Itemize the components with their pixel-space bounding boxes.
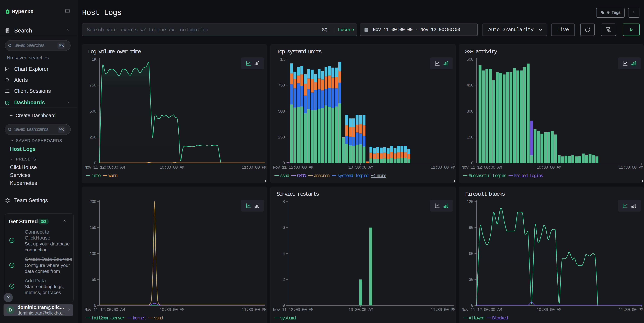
svg-text:Blocked: Blocked xyxy=(492,316,508,321)
svg-text:90: 90 xyxy=(469,225,473,230)
svg-text:sshd: sshd xyxy=(280,173,289,178)
svg-text:+4 more: +4 more xyxy=(371,173,386,178)
svg-text:8: 8 xyxy=(282,199,285,204)
svg-text:250: 250 xyxy=(278,135,284,140)
svg-text:11:30:00 PM: 11:30:00 PM xyxy=(430,165,455,170)
svg-text:10:30:00 AM: 10:30:00 AM xyxy=(348,307,373,312)
svg-text:6: 6 xyxy=(282,225,285,230)
svg-text:10:30:00 AM: 10:30:00 AM xyxy=(536,307,561,312)
svg-text:150: 150 xyxy=(89,225,96,230)
svg-text:120: 120 xyxy=(466,199,473,204)
svg-text:Nov 11 12:00:00 AM: Nov 11 12:00:00 AM xyxy=(273,165,313,170)
svg-text:1K: 1K xyxy=(280,57,285,62)
svg-text:systemd: systemd xyxy=(280,316,296,321)
svg-text:1K: 1K xyxy=(92,57,96,62)
svg-text:info: info xyxy=(92,173,100,178)
svg-text:Allowed: Allowed xyxy=(468,316,484,321)
svg-text:100: 100 xyxy=(89,251,96,256)
svg-text:11:30:00 PM: 11:30:00 PM xyxy=(242,307,266,312)
svg-text:500: 500 xyxy=(278,109,284,114)
svg-text:Nov 11 12:00:00 AM: Nov 11 12:00:00 AM xyxy=(462,165,502,170)
svg-text:750: 750 xyxy=(89,83,96,88)
svg-text:11:30:00 PM: 11:30:00 PM xyxy=(430,307,455,312)
svg-text:750: 750 xyxy=(278,83,284,88)
svg-text:CRON: CRON xyxy=(297,173,306,178)
svg-text:Failed Logins: Failed Logins xyxy=(514,173,543,178)
svg-text:Nov 11 12:00:00 AM: Nov 11 12:00:00 AM xyxy=(462,307,502,312)
svg-text:10:30:00 AM: 10:30:00 AM xyxy=(160,165,184,170)
svg-text:60: 60 xyxy=(469,251,473,256)
svg-text:anacron: anacron xyxy=(314,173,330,178)
svg-text:Nov 11 12:00:00 AM: Nov 11 12:00:00 AM xyxy=(273,307,313,312)
svg-text:250: 250 xyxy=(89,135,96,140)
svg-text:50: 50 xyxy=(92,277,96,282)
svg-text:200: 200 xyxy=(89,199,96,204)
svg-text:sshd: sshd xyxy=(154,316,163,321)
svg-text:600: 600 xyxy=(466,57,473,62)
svg-text:11:30:00 PM: 11:30:00 PM xyxy=(242,165,266,170)
svg-text:kernel: kernel xyxy=(132,316,146,321)
svg-text:fail2ban-server: fail2ban-server xyxy=(92,316,125,321)
svg-text:10:30:00 AM: 10:30:00 AM xyxy=(160,307,184,312)
svg-text:11:30:00 PM: 11:30:00 PM xyxy=(618,307,643,312)
svg-text:300: 300 xyxy=(466,109,473,114)
svg-text:450: 450 xyxy=(466,83,473,88)
svg-text:Nov 11 12:00:00 AM: Nov 11 12:00:00 AM xyxy=(84,165,125,170)
svg-text:warn: warn xyxy=(108,173,117,178)
svg-text:2: 2 xyxy=(282,277,285,282)
svg-text:4: 4 xyxy=(282,251,285,256)
svg-text:30: 30 xyxy=(469,277,473,282)
svg-text:150: 150 xyxy=(466,135,473,140)
svg-text:11:30:00 PM: 11:30:00 PM xyxy=(618,165,643,170)
svg-text:10:30:00 AM: 10:30:00 AM xyxy=(348,165,373,170)
svg-text:500: 500 xyxy=(89,109,96,114)
svg-text:10:30:00 AM: 10:30:00 AM xyxy=(536,165,561,170)
svg-text:Successful Logins: Successful Logins xyxy=(468,173,506,178)
svg-text:Nov 11 12:00:00 AM: Nov 11 12:00:00 AM xyxy=(84,307,125,312)
svg-text:systemd-logind: systemd-logind xyxy=(338,173,368,178)
